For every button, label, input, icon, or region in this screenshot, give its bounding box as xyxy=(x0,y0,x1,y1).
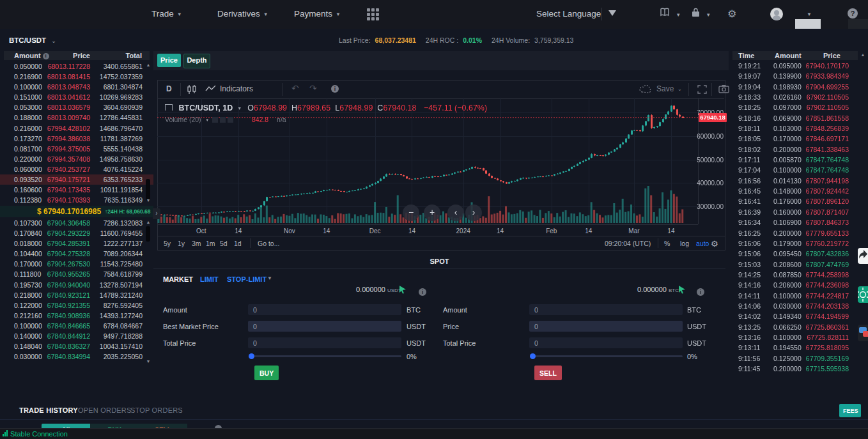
sell-percent-slider[interactable] xyxy=(531,355,683,357)
candle-style-icon[interactable] xyxy=(187,85,197,96)
chat-widget[interactable] xyxy=(858,325,868,341)
info-icon[interactable]: i xyxy=(43,53,49,59)
range-1m[interactable]: 1m xyxy=(206,240,215,247)
fullscreen-icon[interactable] xyxy=(697,85,707,96)
scroll-down-icon[interactable]: ▼ xyxy=(146,359,151,364)
buy-percent-slider[interactable] xyxy=(249,355,401,357)
range-5d[interactable]: 5d xyxy=(220,240,228,247)
nav-derivatives[interactable]: Derivatives▼ xyxy=(217,9,268,19)
time-axis-label[interactable]: 14 xyxy=(408,227,415,235)
sell-price-input[interactable] xyxy=(529,321,683,332)
scale-log[interactable]: log xyxy=(680,240,689,247)
order-book-row[interactable]: 0.11180067840.9552657584.618799 xyxy=(0,269,153,279)
order-book-row[interactable]: 0.10000067840.8466656784.084667 xyxy=(0,321,153,331)
tab-limit[interactable]: LIMIT xyxy=(200,275,219,283)
chevron-down-icon[interactable]: ▾ xyxy=(206,118,209,123)
time-axis-label[interactable]: Nov xyxy=(284,227,295,235)
scroll-up-icon[interactable]: ▲ xyxy=(146,63,151,68)
order-book-row[interactable]: 0.14000067840.8449129497.718288 xyxy=(0,331,153,341)
time-axis-label[interactable]: 14 xyxy=(323,227,330,235)
time-axis-label[interactable]: Mar xyxy=(628,227,639,235)
tab-market[interactable]: MARKET xyxy=(163,275,193,283)
apps-grid-icon[interactable] xyxy=(367,8,380,20)
order-book-row[interactable]: 0.01800067904.2853911222.277137 xyxy=(0,238,153,249)
order-book-row[interactable]: 0.12200067840.9213558276.592405 xyxy=(0,300,153,311)
share-widget[interactable] xyxy=(858,248,868,264)
chevron-down-icon[interactable]: ⌄ xyxy=(678,86,682,92)
zoom-out-icon[interactable]: − xyxy=(403,204,419,221)
nav-trade[interactable]: Trade▼ xyxy=(151,9,182,19)
scale-auto[interactable]: auto xyxy=(696,240,709,247)
range-1d[interactable]: 1d xyxy=(234,240,242,247)
order-book-row[interactable]: 0.10000068013.0487436801.304874 xyxy=(0,82,153,92)
language-dropdown-icon[interactable] xyxy=(608,10,616,16)
asks-scrollbar[interactable] xyxy=(146,179,150,201)
account-chevron-icon[interactable]: ▼ xyxy=(807,12,812,17)
zoom-in-icon[interactable]: + xyxy=(424,204,440,221)
order-book-row[interactable]: 0.21600067994.42810214686.796470 xyxy=(0,123,153,134)
buy-total-input[interactable] xyxy=(248,337,401,348)
order-book-row[interactable]: 0.15100068013.04161210269.969283 xyxy=(0,92,153,102)
buy-amount-input[interactable] xyxy=(248,304,401,315)
nav-payments[interactable]: Payments▼ xyxy=(294,9,341,19)
time-axis-label[interactable]: 14 xyxy=(235,227,242,235)
fees-button[interactable]: FEES xyxy=(839,404,861,417)
tab-price[interactable]: Price xyxy=(157,54,181,67)
order-book-row[interactable]: 0.10730067904.3064587286.132083 xyxy=(0,218,153,228)
time-axis-label[interactable]: 2024 xyxy=(456,227,470,235)
chart-info-icon[interactable]: i xyxy=(331,84,339,93)
time-axis-label[interactable]: Oct xyxy=(196,227,206,235)
sell-amount-input[interactable] xyxy=(529,304,683,315)
legend-symbol[interactable]: BTC/USDT, 1D xyxy=(178,104,233,112)
scroll-up-icon[interactable]: ▲ xyxy=(860,52,865,58)
time-axis-label[interactable]: Dec xyxy=(369,227,381,235)
info-icon[interactable]: i xyxy=(419,286,426,297)
scale-%[interactable]: % xyxy=(664,240,670,247)
interval-button[interactable]: D xyxy=(166,84,172,93)
order-book-row[interactable]: 0.17327067994.38603811781.387269 xyxy=(0,134,153,144)
order-book-row[interactable]: 0.22000067994.35740814958.758630 xyxy=(0,154,153,164)
orders-book-icon[interactable]: ▼ xyxy=(660,8,681,19)
bottom-tab-open-orders[interactable]: OPEN ORDERS xyxy=(78,406,132,414)
scroll-up-icon[interactable]: ▲ xyxy=(146,220,151,225)
help-icon[interactable]: ? xyxy=(848,8,858,19)
tab-depth[interactable]: Depth xyxy=(183,54,210,68)
range-3m[interactable]: 3m xyxy=(192,240,201,247)
order-book-row[interactable]: 0.21690068013.08141514752.037359 xyxy=(0,72,153,82)
scroll-down-icon[interactable]: ▼ xyxy=(146,198,151,203)
save-button[interactable]: Save xyxy=(656,84,674,93)
cursor-pointer-icon[interactable] xyxy=(398,285,407,294)
order-book-row[interactable]: 0.08170067994.3750055555.140438 xyxy=(0,144,153,154)
symbol-flag-icon[interactable] xyxy=(165,104,173,111)
redo-icon[interactable]: ↷ xyxy=(309,83,317,93)
sell-button[interactable]: SELL xyxy=(534,366,562,380)
axis-settings-gear-icon[interactable]: ⚙ xyxy=(711,239,718,249)
sell-total-input[interactable] xyxy=(529,337,683,348)
camera-snapshot-icon[interactable] xyxy=(718,84,729,95)
time-axis-label[interactable]: 14 xyxy=(667,227,674,235)
eye-icon[interactable] xyxy=(212,117,218,123)
time-axis[interactable]: Oct14Nov14Dec14202414Feb14Mar14 xyxy=(157,224,698,236)
pair-selector[interactable]: BTC/USDT ⌄ xyxy=(9,36,56,44)
order-book-row[interactable]: 0.19573067840.94004013278.507194 xyxy=(0,280,153,290)
settings-icon[interactable] xyxy=(220,117,226,123)
buy-price-input[interactable] xyxy=(248,321,401,332)
bottom-tab-trade-history[interactable]: TRADE HISTORY xyxy=(19,406,78,414)
order-book-row[interactable]: 0.21800067840.92312114789.321240 xyxy=(0,290,153,300)
indicators-icon[interactable] xyxy=(205,85,217,95)
close-icon[interactable] xyxy=(228,117,233,123)
order-book-row[interactable]: 0.06000067940.2537274076.415224 xyxy=(0,164,153,174)
order-book-row[interactable]: 0.05300068013.0365793604.690939 xyxy=(0,102,153,112)
order-book-row[interactable]: 0.14804067840.83632710043.157410 xyxy=(0,341,153,351)
select-language[interactable]: Select Language xyxy=(536,9,601,19)
chart-clock[interactable]: 09:20:04 (UTC) xyxy=(605,240,651,247)
indicators-button[interactable]: Indicators xyxy=(220,84,253,93)
time-axis-label[interactable]: Feb xyxy=(546,227,557,235)
cursor-pointer-icon[interactable] xyxy=(678,285,686,294)
order-book-row[interactable]: 0.09352067940.1757216353.765233 xyxy=(0,174,153,185)
bids-scrollbar[interactable] xyxy=(146,226,150,242)
time-axis-label[interactable]: 14 xyxy=(585,227,592,235)
order-book-row[interactable]: 0.17000067904.26753011543.725480 xyxy=(0,259,153,269)
info-icon[interactable]: i xyxy=(697,286,704,297)
range-1y[interactable]: 1y xyxy=(178,240,185,247)
